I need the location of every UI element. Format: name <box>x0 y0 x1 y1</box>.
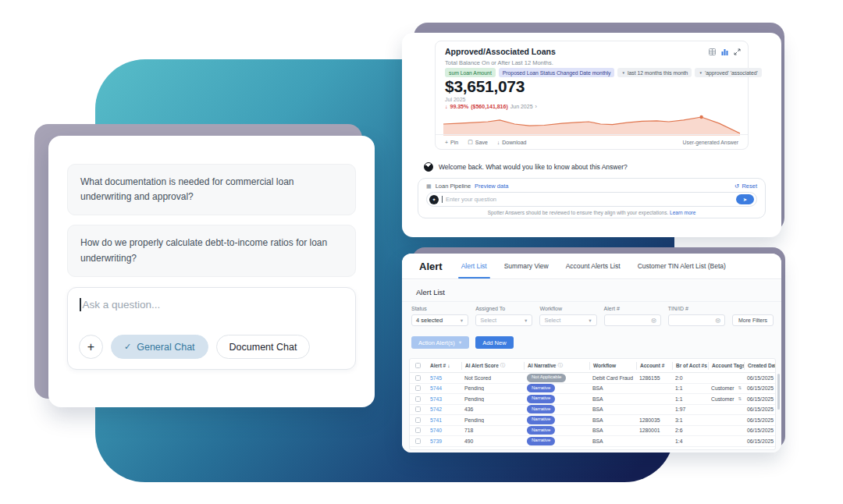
download-button[interactable]: ↓Download <box>497 139 527 145</box>
row-checkbox[interactable] <box>415 396 421 402</box>
table-body: 5745Not ScoredNot ApplicableDebit Card F… <box>410 373 775 447</box>
save-icon: ▢ <box>468 139 473 145</box>
score-cell: 436 <box>461 406 524 412</box>
column-header-ai-alert-score[interactable]: AI Alert Scoreⓘ <box>461 362 524 370</box>
alert-number-link[interactable]: 5741 <box>430 417 442 423</box>
answer-card-header: Approved/Associated Loans <box>445 47 741 56</box>
account-tags-cell: Customer⇅ <box>708 396 744 402</box>
select-all-checkbox[interactable] <box>415 363 421 368</box>
workflow-cell: BSA <box>589 385 636 391</box>
pin-button[interactable]: +Pin <box>445 139 458 145</box>
tab-customer-tin-alert-list-beta[interactable]: Customer TIN Alert List (Beta) <box>638 254 726 279</box>
filter-input-alert[interactable]: ◎ <box>604 314 661 326</box>
suggested-question[interactable]: How do we properly calculate debt-to-inc… <box>67 225 356 276</box>
column-header-account-tags[interactable]: Account Tags <box>708 362 744 370</box>
query-chip[interactable]: Proposed Loan Status Changed Date monthl… <box>499 68 615 77</box>
column-label: Account Tags <box>712 363 744 368</box>
table-view-icon[interactable] <box>709 48 716 55</box>
column-header-alert[interactable]: Alert #↓ <box>427 362 461 370</box>
stepper-icon[interactable]: ⇅ <box>738 386 742 391</box>
narrative-badge: Narrative <box>527 405 555 413</box>
info-icon[interactable]: ⓘ <box>558 362 564 369</box>
column-header-br-of-acct-s[interactable]: Br of Acct #s <box>672 362 708 370</box>
narrative-badge: Narrative <box>527 395 555 403</box>
alert-page-title: Alert <box>419 261 443 272</box>
expand-icon[interactable] <box>734 48 741 55</box>
row-checkbox[interactable] <box>415 375 421 381</box>
info-icon[interactable]: ⓘ <box>500 362 506 369</box>
table-row: 5740718NarrativeBSA12800012:606/15/2025 <box>410 426 775 437</box>
tab-summary-view[interactable]: Summary View <box>504 254 549 279</box>
chat-input-card[interactable]: Ask a question... + ✓ General Chat Docum… <box>67 287 356 370</box>
save-label: Save <box>475 140 488 145</box>
save-button[interactable]: ▢Save <box>468 139 488 145</box>
sort-descending-icon[interactable]: ↓ <box>447 363 450 368</box>
add-button[interactable]: + <box>79 335 103 359</box>
narrative-badge: Narrative <box>527 426 555 435</box>
download-icon: ↓ <box>497 140 500 145</box>
filter-select-workflow[interactable]: Select▼ <box>539 314 596 326</box>
alert-number-cell: 5740 <box>427 428 461 433</box>
more-filters-button[interactable]: More Filters <box>732 314 774 326</box>
filter-select-status[interactable]: 4 selected▼ <box>411 314 468 326</box>
spotter-logo-icon <box>424 162 433 172</box>
workflow-cell: BSA <box>589 428 636 433</box>
filter-input-tin-id[interactable]: ◎ <box>668 314 725 326</box>
answer-subtitle: Total Balance On or After Last 12 Months… <box>445 59 553 66</box>
filter-select-assigned-to[interactable]: Select▼ <box>475 314 532 326</box>
column-header-workflow[interactable]: Workflow <box>589 362 636 370</box>
chat-input[interactable]: Ask a question... <box>80 298 160 311</box>
reset-link[interactable]: ↺ Reset <box>735 183 757 190</box>
tab-alert-list[interactable]: Alert List <box>461 254 487 279</box>
send-button[interactable]: ➤ <box>736 194 754 204</box>
filter-value: 4 selected <box>416 317 443 324</box>
account-cell: 1280001 <box>636 428 672 433</box>
spotter-question-input[interactable]: ✦ Enter your question ➤ <box>426 192 757 207</box>
row-checkbox[interactable] <box>415 417 421 423</box>
document-chat-label: Document Chat <box>229 342 297 353</box>
row-checkbox[interactable] <box>415 438 421 444</box>
column-header-created-date[interactable]: Created Date <box>744 362 775 370</box>
column-header-account[interactable]: Account # <box>636 362 672 370</box>
row-checkbox[interactable] <box>415 428 421 433</box>
alert-number-link[interactable]: 5745 <box>430 375 442 381</box>
query-chip[interactable]: ▼last 12 months this month <box>617 68 692 77</box>
query-chip[interactable]: sum Loan Amount <box>445 68 496 77</box>
row-checkbox[interactable] <box>415 406 421 412</box>
br-acct-cell: 2:0 <box>672 375 708 381</box>
chart-view-icon[interactable] <box>721 48 728 55</box>
column-header-ai-narrative[interactable]: AI Narrativeⓘ <box>524 362 589 370</box>
alert-number-link[interactable]: 5739 <box>430 438 442 444</box>
alert-number-link[interactable]: 5744 <box>430 385 442 391</box>
query-chip[interactable]: ▼'approved' 'associated' <box>695 68 761 77</box>
kpi-value: $3,651,073 <box>445 77 525 96</box>
spotter-input-placeholder: Enter your question <box>446 196 733 203</box>
row-checkbox[interactable] <box>415 385 421 391</box>
filter-icon: ▼ <box>699 71 702 75</box>
alert-number-link[interactable]: 5743 <box>430 396 442 402</box>
filter-alert: Alert #◎ <box>604 306 661 326</box>
action-alerts-button[interactable]: Action Alert(s) ▼ <box>411 336 469 349</box>
welcome-message: Welcome back. What would you like to kno… <box>439 163 628 171</box>
document-chat-toggle[interactable]: Document Chat <box>216 335 311 359</box>
score-cell: 490 <box>461 438 524 444</box>
learn-more-link[interactable]: Learn more <box>670 210 695 215</box>
account-cell: 1280035 <box>636 417 672 423</box>
add-new-button[interactable]: Add New <box>475 336 513 349</box>
spotter-disclaimer: Spotter Answers should be reviewed to en… <box>418 210 765 215</box>
stepper-icon[interactable]: ⇅ <box>738 397 742 402</box>
tab-account-alerts-list[interactable]: Account Alerts List <box>566 254 621 279</box>
general-chat-toggle[interactable]: ✓ General Chat <box>111 335 208 359</box>
table-header-row: Alert #↓AI Alert ScoreⓘAI NarrativeⓘWork… <box>410 359 775 373</box>
narrative-cell: Narrative <box>524 437 589 445</box>
send-icon: ➤ <box>743 197 747 203</box>
preview-data-link[interactable]: Preview data <box>475 183 508 190</box>
alert-number-link[interactable]: 5742 <box>430 406 442 412</box>
suggested-question[interactable]: What documentation is needed for commerc… <box>67 164 356 215</box>
alert-number-link[interactable]: 5740 <box>430 428 442 433</box>
alert-body: Alert List Status4 selected▼Assigned ToS… <box>402 280 781 453</box>
filter-icon: ▼ <box>621 71 624 75</box>
chevron-right-icon[interactable]: › <box>535 104 537 109</box>
table-scrollbar[interactable] <box>777 374 780 410</box>
chip-label: Proposed Loan Status Changed Date monthl… <box>503 70 611 76</box>
